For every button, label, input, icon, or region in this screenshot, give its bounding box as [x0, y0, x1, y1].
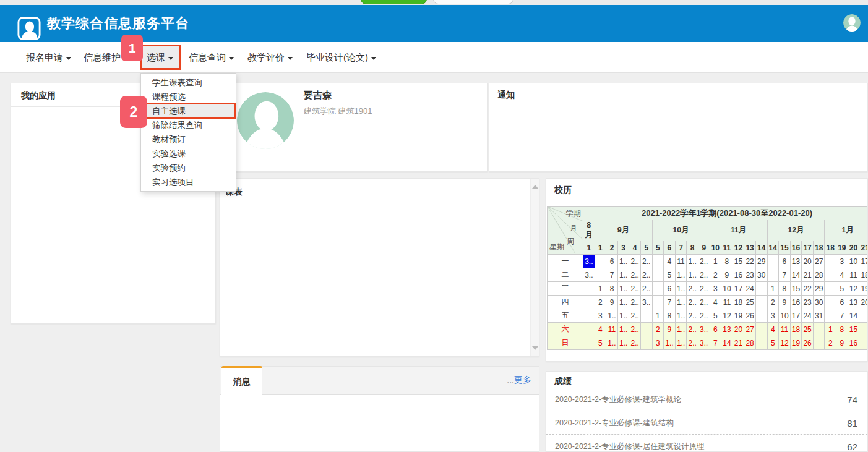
- grade-course-name: 2020-2021-2-专业必修课-建筑学概论: [555, 394, 681, 405]
- calendar-cell: 1..: [664, 336, 676, 350]
- calendar-cell: 11: [779, 323, 791, 336]
- nav-item-label: 选课: [147, 52, 165, 62]
- nav-item-4[interactable]: 信息查询: [189, 42, 234, 73]
- calendar-cell: [640, 323, 652, 336]
- dropdown-item-2[interactable]: 课程预选: [141, 90, 236, 104]
- calendar-cell: 5: [836, 282, 848, 296]
- calendar-cell: [652, 255, 664, 268]
- calendar-cell: [640, 336, 652, 350]
- calendar-cell: 11: [606, 323, 618, 336]
- calendar-cell: 16: [790, 296, 802, 309]
- student-name: 要吉森: [304, 90, 332, 101]
- scroll-up-icon[interactable]: [532, 185, 538, 189]
- calendar-cell: 15: [848, 323, 859, 336]
- grade-course-name: 2020-2021-2-专业必修课-建筑结构: [555, 418, 674, 429]
- calendar-week-number: 11: [721, 241, 733, 255]
- calendar-row: 四291..2..3..71..2..2..411182529162330613…: [548, 296, 868, 309]
- calendar-cell: 2..: [640, 255, 652, 268]
- calendar-cell: 1..: [617, 296, 629, 309]
- calendar-cell: 18: [859, 268, 868, 282]
- calendar-cell: 30: [813, 296, 825, 309]
- calendar-cell: [595, 268, 606, 282]
- calendar-cell: 6: [836, 296, 848, 309]
- dropdown-item-1[interactable]: 学生课表查询: [141, 75, 236, 90]
- more-link[interactable]: ...更多: [507, 375, 531, 386]
- notice-title: 通知: [497, 90, 515, 101]
- dropdown-item-7[interactable]: 实验预约: [141, 161, 236, 175]
- calendar-cell: [825, 296, 836, 309]
- nav-item-3[interactable]: 选课: [147, 42, 173, 73]
- calendar-cell: 13: [790, 255, 802, 268]
- calendar-cell: 4: [664, 255, 676, 268]
- dropdown-item-5[interactable]: 教材预订: [141, 132, 236, 147]
- calendar-day-label: 二: [548, 268, 583, 282]
- calendar-week-number: 7: [675, 241, 687, 255]
- calendar-cell: 8: [664, 309, 676, 323]
- calendar-cell: 3: [836, 255, 848, 268]
- calendar-cell: 2..: [629, 309, 641, 323]
- dropdown-item-4[interactable]: 筛除结果查询: [141, 118, 236, 132]
- calendar-cell: 22: [744, 255, 756, 268]
- calendar-cell: 19: [790, 336, 802, 350]
- green-button-stub[interactable]: [361, 0, 427, 4]
- calendar-cell: 25: [744, 296, 756, 309]
- calendar-cell: [755, 282, 767, 296]
- calendar-cell: 3..: [698, 323, 710, 336]
- calendar-cell: [652, 268, 664, 282]
- scroll-down-icon[interactable]: [532, 346, 538, 350]
- calendar-cell: 20: [859, 296, 868, 309]
- step2-badge: 2: [120, 96, 147, 128]
- dropdown-item-8[interactable]: 实习选项目: [141, 175, 236, 189]
- calendar-cell: [583, 309, 595, 323]
- calendar-cell: 9: [721, 268, 733, 282]
- calendar-cell: 8: [836, 323, 848, 336]
- calendar-cell: 2: [595, 296, 606, 309]
- calendar-cell: 7: [779, 268, 791, 282]
- messages-tabbar: 消息 ...更多: [220, 366, 539, 395]
- calendar-cell: 1: [710, 255, 721, 268]
- calendar-cell: 1..: [617, 323, 629, 336]
- calendar-day-label: 三: [548, 282, 583, 296]
- nav-item-label: 教学评价: [247, 52, 285, 62]
- calendar-cell: 24: [802, 309, 814, 323]
- timetable-scrollbar[interactable]: [530, 179, 539, 356]
- calendar-cell: 7: [606, 268, 618, 282]
- calendar-cell: 1..: [675, 323, 687, 336]
- calendar-week-number: 14: [755, 241, 767, 255]
- calendar-day-label: 四: [548, 296, 583, 309]
- nav-item-6[interactable]: 毕业设计(论文): [306, 42, 376, 73]
- grade-list: 2020-2021-2-专业必修课-建筑学概论742020-2021-2-专业必…: [546, 388, 867, 452]
- tab-messages[interactable]: 消息: [221, 366, 262, 396]
- user-avatar-icon[interactable]: [843, 14, 861, 32]
- chevron-down-icon: [66, 57, 71, 60]
- calendar-cell: 4: [710, 296, 721, 309]
- calendar-cell: 9: [779, 296, 791, 309]
- calendar-cell: 2..: [698, 268, 710, 282]
- nav-item-label: 信息维护: [84, 52, 121, 62]
- student-dept: 建筑学院 建筑1901: [304, 106, 372, 117]
- dropdown-item-3[interactable]: 自主选课: [141, 104, 236, 118]
- calendar-cell: 17: [859, 255, 868, 268]
- calendar-week-number: 10: [710, 241, 721, 255]
- page: { "header": { "title": "教学综合信息服务平台" }, "…: [0, 0, 868, 452]
- grade-row: 2020-2021-2-专业必修课-建筑学概论74: [546, 388, 867, 411]
- calendar-day-label: 日: [548, 336, 583, 350]
- grade-score: 74: [847, 394, 857, 405]
- dropdown-item-6[interactable]: 实验选课: [141, 147, 236, 161]
- calendar-cell: 22: [802, 282, 814, 296]
- calendar-cell: [755, 296, 767, 309]
- calendar-cell: 23: [802, 296, 814, 309]
- calendar-week-number: 18: [813, 241, 825, 255]
- gray-button-stub[interactable]: [433, 0, 513, 4]
- nav-item-5[interactable]: 教学评价: [247, 42, 293, 73]
- calendar-cell: 1..: [687, 255, 698, 268]
- calendar-cell: 7: [710, 336, 721, 350]
- calendar-cell: [652, 282, 664, 296]
- calendar-cell: 15: [733, 255, 744, 268]
- calendar-cell: 2..: [629, 282, 641, 296]
- calendar-cell: [583, 323, 595, 336]
- calendar-cell: 2: [710, 268, 721, 282]
- nav-item-1[interactable]: 报名申请: [26, 42, 71, 73]
- calendar-cell: 6: [779, 255, 791, 268]
- nav-item-label: 报名申请: [26, 52, 63, 62]
